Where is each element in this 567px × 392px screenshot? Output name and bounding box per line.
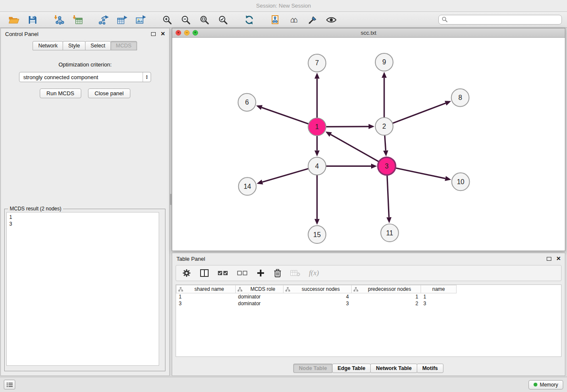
close-table-panel-icon[interactable]: × xyxy=(556,256,561,261)
export-image-button[interactable] xyxy=(132,13,150,27)
tab-network[interactable]: Network xyxy=(33,41,63,50)
gear-icon xyxy=(182,268,191,278)
table-row[interactable]: 3dominator323 xyxy=(176,300,457,307)
node-label: 4 xyxy=(315,163,319,170)
close-panel-icon[interactable]: × xyxy=(161,31,165,36)
edge-arrowhead-icon xyxy=(256,105,262,110)
node-table-header-row: shared name MCDS role successor nodes pr… xyxy=(176,285,457,293)
node-label: 1 xyxy=(315,123,319,130)
network-window-titlebar: × − + scc.txt xyxy=(172,28,565,38)
mcds-result-title: MCDS result (2 nodes) xyxy=(8,206,63,212)
window-controls: × − + xyxy=(176,30,198,36)
edge-4-14[interactable] xyxy=(262,168,308,182)
delete-table-icon xyxy=(290,269,300,277)
task-history-button[interactable] xyxy=(4,380,15,389)
mcds-result-list: 13 xyxy=(6,212,159,366)
table-row[interactable]: 1dominator411 xyxy=(176,293,457,300)
memory-label: Memory xyxy=(540,382,558,388)
close-panel-button[interactable]: Close panel xyxy=(88,88,131,98)
column-type-icon xyxy=(353,287,358,292)
unchecked-boxes-icon xyxy=(237,270,248,276)
edge-arrowhead-icon xyxy=(314,73,319,79)
window-zoom-button[interactable]: + xyxy=(193,30,198,36)
zoom-fit-button[interactable] xyxy=(195,13,213,27)
columns-icon xyxy=(200,269,209,277)
node-table: shared name MCDS role successor nodes pr… xyxy=(176,285,457,307)
refresh-layout-button[interactable] xyxy=(240,13,258,27)
memory-button[interactable]: Memory xyxy=(528,380,563,389)
edge-1-6[interactable] xyxy=(261,108,308,124)
search-icon xyxy=(442,17,448,22)
apply-style-button[interactable] xyxy=(304,13,322,27)
network-window: × − + scc.txt 7968123414101511 xyxy=(172,28,565,251)
import-network-icon xyxy=(53,15,64,25)
column-header-predecessor-nodes[interactable]: predecessor nodes xyxy=(352,285,421,293)
node-table-body: 1dominator4113dominator323 xyxy=(176,293,457,307)
tab-mcds[interactable]: MCDS xyxy=(110,41,137,50)
node-label: 8 xyxy=(458,94,462,101)
trash-icon xyxy=(273,268,282,278)
page-network-icon xyxy=(270,15,281,25)
tab-node-table[interactable]: Node Table xyxy=(293,364,332,373)
node-label: 9 xyxy=(382,58,386,66)
mcds-result-item[interactable]: 1 xyxy=(9,214,156,221)
select-all-columns-button[interactable] xyxy=(217,270,228,276)
memory-status-icon xyxy=(534,383,537,386)
table-panel-tabs: Node Table Edge Table Network Table Moti… xyxy=(172,364,565,373)
splitter-grip-icon xyxy=(170,194,171,205)
column-header-successor-nodes[interactable]: successor nodes xyxy=(284,285,352,293)
edge-2-8[interactable] xyxy=(393,103,446,123)
edge-3-11[interactable] xyxy=(387,175,389,217)
zoom-out-button[interactable] xyxy=(177,13,195,27)
optimization-dropdown[interactable]: strongly connected component ▲ ▼ xyxy=(19,72,151,82)
open-session-button[interactable] xyxy=(5,13,23,27)
tab-motifs[interactable]: Motifs xyxy=(417,364,443,373)
table-settings-button[interactable] xyxy=(182,268,191,278)
tab-select[interactable]: Select xyxy=(85,41,111,50)
edge-3-1[interactable] xyxy=(330,135,379,162)
save-icon xyxy=(28,15,37,25)
edge-2-3[interactable] xyxy=(385,135,385,151)
edge-3-10[interactable] xyxy=(395,168,445,179)
column-type-icon xyxy=(285,287,290,292)
node-label: 6 xyxy=(245,99,249,106)
import-table-button[interactable] xyxy=(69,13,86,27)
window-minimize-button[interactable]: − xyxy=(184,30,190,36)
zoom-in-button[interactable] xyxy=(158,13,176,27)
mcds-result-item[interactable]: 3 xyxy=(9,221,156,227)
column-header-shared-name[interactable]: shared name xyxy=(176,285,236,293)
edge-arrowhead-icon xyxy=(383,150,388,156)
export-table-icon xyxy=(117,15,128,25)
window-close-button[interactable]: × xyxy=(176,30,181,36)
show-columns-button[interactable] xyxy=(200,269,209,277)
float-panel-icon[interactable] xyxy=(151,32,156,36)
deselect-all-columns-button[interactable] xyxy=(237,270,248,276)
show-graphics-details-button[interactable] xyxy=(322,13,340,27)
float-table-panel-icon[interactable] xyxy=(547,257,551,261)
import-table-icon xyxy=(72,15,83,25)
home-network-button[interactable]: ⌂⌂ xyxy=(285,13,303,27)
tab-network-table[interactable]: Network Table xyxy=(370,364,417,373)
zoom-selected-button[interactable] xyxy=(214,13,232,27)
window-title: Session: New Session xyxy=(256,3,311,9)
main-toolbar: ⌂⌂ xyxy=(0,12,567,28)
edge-1-2[interactable] xyxy=(326,127,369,127)
save-session-button[interactable] xyxy=(24,13,41,27)
delete-column-button[interactable] xyxy=(273,268,282,278)
tab-edge-table[interactable]: Edge Table xyxy=(332,364,371,373)
create-column-button[interactable] xyxy=(256,269,265,277)
mcds-result-box: MCDS result (2 nodes) 13 xyxy=(4,209,165,371)
network-canvas[interactable]: 7968123414101511 xyxy=(172,38,565,251)
import-network-button[interactable] xyxy=(50,13,68,27)
export-network-button[interactable] xyxy=(95,13,113,27)
dropdown-value: strongly connected component xyxy=(23,74,98,80)
list-icon xyxy=(6,382,13,388)
run-mcds-button[interactable]: Run MCDS xyxy=(40,88,81,98)
column-header-mcds-role[interactable]: MCDS role xyxy=(236,285,284,293)
export-table-button[interactable] xyxy=(113,13,131,27)
column-header-name[interactable]: name xyxy=(421,285,457,293)
tab-style[interactable]: Style xyxy=(63,41,85,50)
search-input[interactable] xyxy=(438,15,562,25)
new-network-from-selection-button[interactable] xyxy=(267,13,284,27)
node-label: 15 xyxy=(313,231,321,238)
